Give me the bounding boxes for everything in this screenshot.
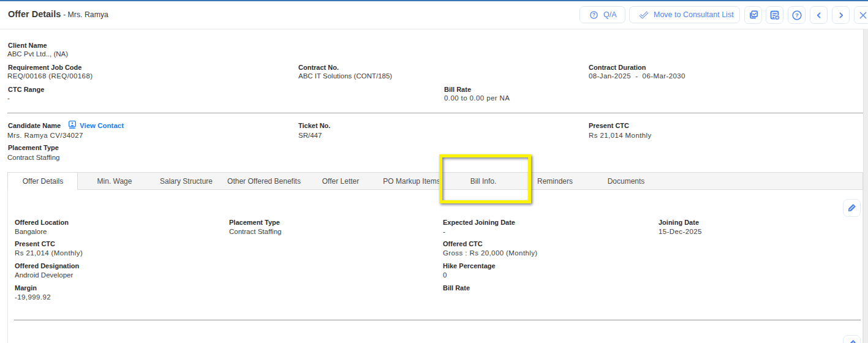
svg-text:?: ? — [592, 12, 595, 18]
svg-text:?: ? — [795, 12, 799, 18]
